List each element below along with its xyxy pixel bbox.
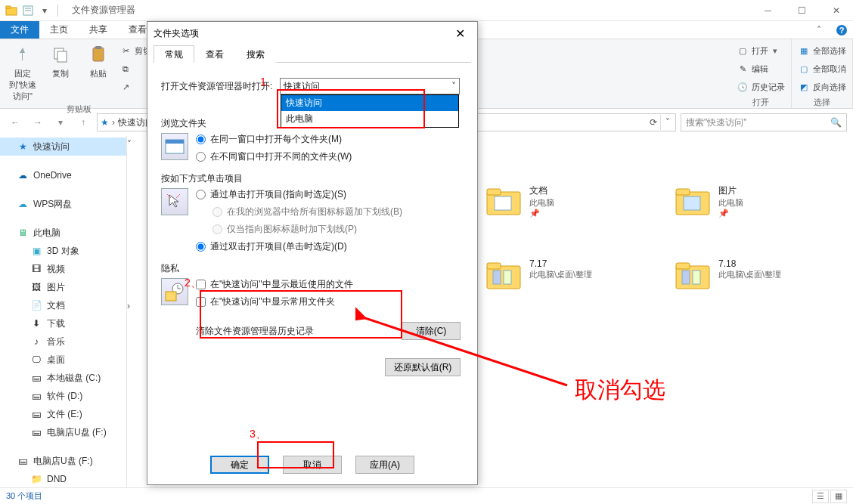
folder-tile[interactable]: 图片此电脑📌 <box>675 184 826 221</box>
double-click-radio[interactable]: 通过双击打开项目(单击时选定)(D) <box>196 240 402 253</box>
history-icon: 🕓 <box>737 81 749 93</box>
edit-button[interactable]: ✎编辑 <box>737 60 785 77</box>
help-button[interactable]: ? <box>830 21 853 39</box>
svg-rect-16 <box>676 189 690 195</box>
restore-defaults-button[interactable]: 还原默认值(R) <box>385 358 461 376</box>
properties-icon[interactable] <box>21 4 35 17</box>
copy-path-icon: ⧉ <box>119 63 132 75</box>
tab-home[interactable]: 主页 <box>39 21 79 39</box>
sidebar-item[interactable]: 🖴电脑店U盘 (F:) <box>0 423 126 441</box>
svg-rect-13 <box>487 189 501 195</box>
combo-option[interactable]: 快速访问 <box>281 95 458 111</box>
sidebar-item[interactable]: ▣3D 对象 <box>0 242 126 260</box>
sidebar-item[interactable]: 📁DND <box>0 470 126 487</box>
maximize-button[interactable]: ☐ <box>785 0 819 21</box>
show-frequent-folders-checkbox[interactable]: 在"快速访问"中显示常用文件夹 <box>196 295 353 308</box>
sidebar-item[interactable]: 🎞视频 <box>0 260 126 278</box>
drive-icon: 🖴 <box>30 372 42 384</box>
folder-icon <box>485 258 522 295</box>
up-button[interactable]: ↑ <box>74 113 92 131</box>
open-button[interactable]: ▢打开▾ <box>737 42 785 59</box>
svg-rect-14 <box>495 196 511 210</box>
qat-chevron-icon[interactable]: ▾ <box>38 4 51 17</box>
cloud-icon: ☁ <box>17 169 29 181</box>
tab-share[interactable]: 共享 <box>79 21 118 39</box>
minimize-button[interactable]: ─ <box>751 0 785 21</box>
svg-rect-24 <box>682 271 690 284</box>
svg-rect-10 <box>95 46 101 49</box>
svg-rect-23 <box>676 263 690 269</box>
svg-rect-19 <box>487 263 501 269</box>
sidebar-item[interactable]: 🖼图片 <box>0 278 126 296</box>
folder-icon: 📁 <box>30 473 42 485</box>
cancel-button[interactable]: 取消 <box>283 456 342 474</box>
new-window-radio[interactable]: 在不同窗口中打开不同的文件夹(W) <box>196 150 352 163</box>
tab-general[interactable]: 常规 <box>154 45 194 63</box>
forward-button[interactable]: → <box>29 113 47 131</box>
invert-selection-button[interactable]: ◩反向选择 <box>798 79 846 95</box>
tiles-view-button[interactable]: ▦ <box>830 490 847 503</box>
search-input[interactable]: 搜索"快速访问" 🔍 <box>681 113 847 131</box>
group-chevron-icon[interactable]: ˅ <box>127 139 138 150</box>
show-recent-files-checkbox[interactable]: 在"快速访问"中显示最近使用的文件 <box>196 278 353 291</box>
chevron-down-icon: ˅ <box>451 81 456 91</box>
select-all-button[interactable]: ▦全部选择 <box>798 42 846 59</box>
tab-file[interactable]: 文件 <box>0 21 39 39</box>
combo-option[interactable]: 此电脑 <box>281 111 458 127</box>
minimize-ribbon-button[interactable]: ˄ <box>808 21 830 39</box>
paste-button[interactable]: 粘贴 <box>82 42 115 79</box>
dialog-close-button[interactable]: ✕ <box>448 24 471 42</box>
sidebar-quick-access[interactable]: ★快速访问 <box>0 138 126 156</box>
refresh-button[interactable]: ⟳ <box>650 117 657 128</box>
sidebar-item[interactable]: ♪音乐 <box>0 332 126 351</box>
folder-tile[interactable]: 7.18此电脑\桌面\整理 <box>675 258 826 295</box>
same-window-radio[interactable]: 在同一窗口中打开每个文件夹(M) <box>196 133 352 146</box>
breadcrumb-drop-button[interactable]: ˅ <box>660 115 674 130</box>
pin-to-quick-access-button[interactable]: 固定到"快速访问" <box>6 42 39 102</box>
privacy-label: 隐私 <box>161 262 464 275</box>
downloads-icon: ⬇ <box>30 317 42 329</box>
sidebar-item[interactable]: 🖴本地磁盘 (C:) <box>0 369 126 387</box>
star-icon: ★ <box>17 141 29 153</box>
usb-icon: 🖴 <box>30 426 42 438</box>
sidebar-wps[interactable]: ☁WPS网盘 <box>0 195 126 213</box>
svg-rect-20 <box>493 271 501 284</box>
annotation-label-1: 1、 <box>260 76 277 89</box>
sidebar-item[interactable]: 🖵桌面 <box>0 351 126 369</box>
apply-button[interactable]: 应用(A) <box>355 456 414 474</box>
svg-rect-9 <box>93 48 104 61</box>
history-button[interactable]: 🕓历史记录 <box>737 79 785 95</box>
close-button[interactable]: ✕ <box>819 0 853 21</box>
single-click-radio[interactable]: 通过单击打开项目(指向时选定)(S) <box>196 188 402 201</box>
sidebar-item[interactable]: 🖴文件 (E:) <box>0 405 126 423</box>
drive-icon: 🖴 <box>30 408 42 420</box>
documents-icon: 📄 <box>30 299 42 311</box>
recent-locations-button[interactable]: ▾ <box>51 113 70 131</box>
details-view-button[interactable]: ☰ <box>812 490 829 503</box>
svg-rect-21 <box>504 271 511 284</box>
sidebar-item[interactable]: 📄文档 <box>0 296 126 314</box>
sidebar-onedrive[interactable]: ☁OneDrive <box>0 166 126 184</box>
sidebar-item[interactable]: ⬇下载 <box>0 314 126 332</box>
open-explorer-combo[interactable]: 快速访问 ˅ 快速访问 此电脑 <box>280 78 460 94</box>
group-chevron-icon[interactable]: › <box>127 301 138 311</box>
copy-button[interactable]: 复制 <box>44 42 77 79</box>
svg-rect-25 <box>693 271 700 284</box>
clear-button[interactable]: 清除(C) <box>402 322 461 340</box>
sidebar-item[interactable]: 🖴软件 (D:) <box>0 387 126 405</box>
back-button[interactable]: ← <box>6 113 24 131</box>
sidebar-this-pc[interactable]: 🖥此电脑 <box>0 224 126 242</box>
sidebar-usb[interactable]: 🖴电脑店U盘 (F:) <box>0 452 126 470</box>
svg-text:?: ? <box>839 26 845 35</box>
dialog-title: 文件夹选项 <box>154 27 199 40</box>
select-none-button[interactable]: ▢全部取消 <box>798 60 846 77</box>
tab-search[interactable]: 搜索 <box>235 45 276 63</box>
annotation-label-3: 3、 <box>250 428 266 441</box>
desktop-icon: 🖵 <box>30 354 42 366</box>
tab-view[interactable]: 查看 <box>194 45 235 63</box>
select-all-icon: ▦ <box>798 45 810 57</box>
folder-tile[interactable]: 7.17此电脑\桌面\整理 <box>485 258 637 295</box>
folder-tile[interactable]: 文档此电脑📌 <box>485 184 637 221</box>
scissors-icon: ✂ <box>119 45 132 57</box>
ok-button[interactable]: 确定 <box>210 456 269 474</box>
